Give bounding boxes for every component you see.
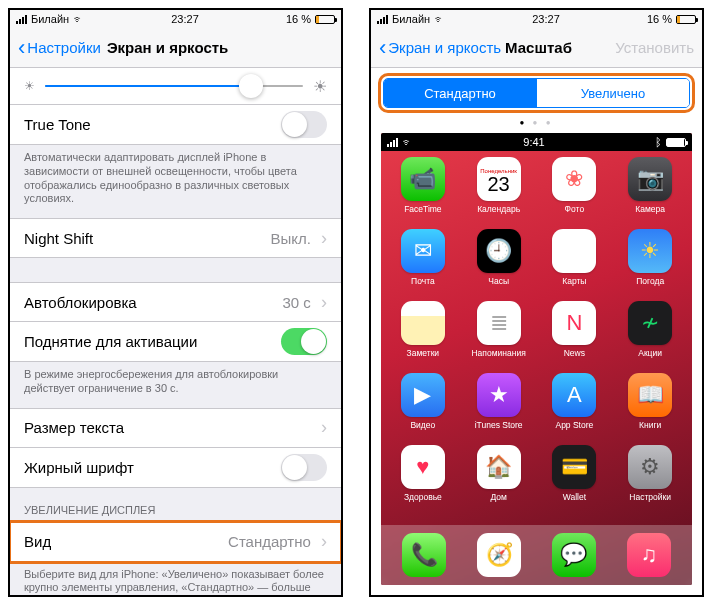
signal-icon — [16, 15, 27, 24]
app-app-store[interactable]: AApp Store — [539, 373, 611, 441]
app-заметки[interactable]: Заметки — [387, 301, 459, 369]
app-itunes-store[interactable]: ★iTunes Store — [463, 373, 535, 441]
clock-label: 23:27 — [532, 13, 560, 25]
dock-app[interactable]: ♫ — [627, 533, 671, 577]
raise-switch[interactable] — [281, 328, 327, 355]
app-погода[interactable]: ☀︎Погода — [614, 229, 686, 297]
cell-label: Автоблокировка — [24, 294, 137, 311]
app-часы[interactable]: 🕘Часы — [463, 229, 535, 297]
chevron-right-icon: › — [321, 531, 327, 551]
cell-label: Night Shift — [24, 230, 93, 247]
app-здоровье[interactable]: ♥︎Здоровье — [387, 445, 459, 513]
raise-footer: В режиме энергосбережения для автоблокир… — [10, 362, 341, 408]
carrier-label: Билайн — [392, 13, 430, 25]
app-news[interactable]: NNews — [539, 301, 611, 369]
app-почта[interactable]: ✉︎Почта — [387, 229, 459, 297]
wifi-icon: ᯤ — [402, 136, 413, 148]
battery-pct: 16 % — [286, 13, 311, 25]
view-value: Стандартно — [228, 533, 311, 550]
true-tone-footer: Автоматически адаптировать дисплей iPhon… — [10, 145, 341, 218]
app-видео[interactable]: ▶︎Видео — [387, 373, 459, 441]
cell-label: Вид — [24, 533, 51, 550]
brightness-row: ☀︎ ☀︎ — [10, 68, 341, 105]
battery-icon — [315, 15, 335, 24]
clock-label: 9:41 — [523, 136, 544, 148]
app-фото[interactable]: ❀Фото — [539, 157, 611, 225]
back-button[interactable]: Экран и яркость — [379, 37, 501, 59]
phone-zoom-preview: Билайн ᯤ 23:27 16 % Экран и яркость Масш… — [369, 8, 704, 597]
dock-app[interactable]: 🧭 — [477, 533, 521, 577]
bold-text-cell: Жирный шрифт — [10, 448, 341, 488]
cell-label: Жирный шрифт — [24, 459, 134, 476]
page-title: Масштаб — [505, 39, 572, 56]
back-label: Экран и яркость — [388, 39, 501, 56]
nav-bar: Экран и яркость Масштаб Установить — [371, 28, 702, 68]
true-tone-switch[interactable] — [281, 111, 327, 138]
app-facetime[interactable]: 📹FaceTime — [387, 157, 459, 225]
segment-standard[interactable]: Стандартно — [384, 79, 536, 107]
chevron-left-icon — [18, 37, 25, 59]
cell-label: Поднятие для активации — [24, 333, 197, 350]
true-tone-cell: True Tone — [10, 105, 341, 145]
dock-app[interactable]: 💬 — [552, 533, 596, 577]
segment-zoomed[interactable]: Увеличено — [536, 79, 689, 107]
chevron-right-icon: › — [321, 228, 327, 248]
signal-icon — [387, 138, 398, 147]
status-bar: Билайн ᯤ 23:27 16 % — [10, 10, 341, 28]
battery-icon — [666, 138, 686, 147]
bluetooth-icon: ᛒ — [655, 136, 662, 148]
cell-label: True Tone — [24, 116, 91, 133]
night-shift-value: Выкл. — [270, 230, 310, 247]
phone-display-settings: Билайн ᯤ 23:27 16 % Настройки Экран и яр… — [8, 8, 343, 597]
preview-status-bar: ᯤ 9:41 ᛒ — [381, 133, 692, 151]
dock: 📞🧭💬♫ — [381, 525, 692, 585]
brightness-slider[interactable] — [45, 74, 303, 98]
raise-to-wake-cell: Поднятие для активации — [10, 322, 341, 362]
battery-pct: 16 % — [647, 13, 672, 25]
wifi-icon: ᯤ — [434, 13, 445, 25]
auto-lock-cell[interactable]: Автоблокировка 30 с › — [10, 282, 341, 322]
sun-low-icon: ☀︎ — [24, 79, 35, 93]
back-button[interactable]: Настройки — [18, 37, 101, 59]
zoom-header: УВЕЛИЧЕНИЕ ДИСПЛЕЯ — [10, 488, 341, 522]
app-напоминания[interactable]: ≣Напоминания — [463, 301, 535, 369]
chevron-right-icon: › — [321, 292, 327, 312]
cell-label: Размер текста — [24, 419, 124, 436]
night-shift-cell[interactable]: Night Shift Выкл. › — [10, 218, 341, 258]
app-дом[interactable]: 🏠Дом — [463, 445, 535, 513]
signal-icon — [377, 15, 388, 24]
bold-switch[interactable] — [281, 454, 327, 481]
view-footer: Выберите вид для iPhone: «Увеличено» пок… — [10, 562, 341, 596]
carrier-label: Билайн — [31, 13, 69, 25]
sun-high-icon: ☀︎ — [313, 77, 327, 96]
app-книги[interactable]: 📖Книги — [614, 373, 686, 441]
page-title: Экран и яркость — [107, 39, 333, 56]
auto-lock-value: 30 с — [282, 294, 310, 311]
page-dots: ● ● ● — [371, 118, 702, 127]
dock-app[interactable]: 📞 — [402, 533, 446, 577]
app-камера[interactable]: 📷Камера — [614, 157, 686, 225]
app-акции[interactable]: ≁Акции — [614, 301, 686, 369]
apply-button[interactable]: Установить — [615, 39, 694, 56]
app-календарь[interactable]: Понедельник23Календарь — [463, 157, 535, 225]
status-bar: Билайн ᯤ 23:27 16 % — [371, 10, 702, 28]
home-preview: ᯤ 9:41 ᛒ 📹FaceTimeПонедельник23Календарь… — [381, 133, 692, 585]
wifi-icon: ᯤ — [73, 13, 84, 25]
app-карты[interactable]: 🗺Карты — [539, 229, 611, 297]
display-zoom-cell[interactable]: Вид Стандартно › — [10, 522, 341, 562]
battery-icon — [676, 15, 696, 24]
zoom-segmented-control[interactable]: Стандартно Увеличено — [383, 78, 690, 108]
settings-content: ☀︎ ☀︎ True Tone Автоматически адаптирова… — [10, 68, 341, 595]
app-grid: 📹FaceTimeПонедельник23Календарь❀Фото📷Кам… — [381, 151, 692, 525]
back-label: Настройки — [27, 39, 101, 56]
clock-label: 23:27 — [171, 13, 199, 25]
nav-bar: Настройки Экран и яркость — [10, 28, 341, 68]
chevron-right-icon: › — [321, 417, 327, 438]
app-настройки[interactable]: ⚙︎Настройки — [614, 445, 686, 513]
app-wallet[interactable]: 💳Wallet — [539, 445, 611, 513]
chevron-left-icon — [379, 37, 386, 59]
text-size-cell[interactable]: Размер текста › — [10, 408, 341, 448]
